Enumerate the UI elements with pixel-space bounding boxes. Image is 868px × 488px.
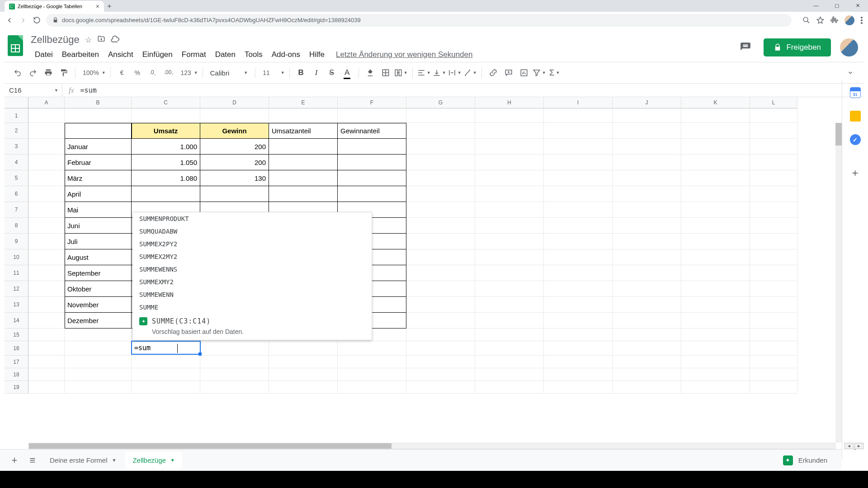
- forward-button[interactable]: [19, 16, 27, 24]
- dec-increase-button[interactable]: .00↑: [161, 66, 176, 80]
- window-close[interactable]: ✕: [847, 0, 868, 11]
- cell-A7[interactable]: [28, 202, 65, 218]
- cell-D19[interactable]: [200, 381, 269, 394]
- autocomplete-item[interactable]: SUMMEXMY2: [133, 276, 372, 288]
- row-header[interactable]: 9: [5, 234, 28, 249]
- col-header-A[interactable]: A: [28, 97, 65, 108]
- cell-F19[interactable]: [338, 381, 406, 394]
- cell-J10[interactable]: [613, 249, 681, 265]
- cell-F5[interactable]: [338, 170, 406, 186]
- row-header[interactable]: 1: [5, 108, 28, 123]
- cell-I7[interactable]: [544, 202, 613, 218]
- cell-J5[interactable]: [613, 170, 681, 186]
- text-color-button[interactable]: A: [340, 66, 354, 80]
- cell-I18[interactable]: [544, 368, 613, 381]
- cell-A18[interactable]: [28, 368, 65, 381]
- italic-button[interactable]: I: [310, 66, 323, 80]
- cell-G9[interactable]: [406, 234, 475, 249]
- cell-B18[interactable]: [65, 368, 132, 381]
- cell-I4[interactable]: [544, 155, 613, 170]
- cell-K17[interactable]: [681, 356, 750, 368]
- cell-K13[interactable]: [681, 297, 750, 313]
- browser-tab[interactable]: Zellbezüge - Google Tabellen ×: [5, 1, 104, 12]
- cell-J7[interactable]: [613, 202, 681, 218]
- cell-L7[interactable]: [750, 202, 797, 218]
- menu-einfuegen[interactable]: Einfügen: [138, 48, 177, 61]
- fill-color-button[interactable]: [363, 66, 377, 80]
- cell-C5[interactable]: 1.080: [132, 170, 200, 186]
- cell-J6[interactable]: [613, 186, 681, 202]
- select-all-corner[interactable]: [5, 97, 28, 108]
- cell-F18[interactable]: [338, 368, 406, 381]
- cell-B1[interactable]: [65, 108, 132, 123]
- scrollbar-thumb[interactable]: [835, 123, 842, 145]
- cell-H17[interactable]: [475, 356, 544, 368]
- cell-L15[interactable]: [750, 328, 797, 341]
- cell-G15[interactable]: [406, 328, 475, 341]
- cell-B13[interactable]: November: [65, 297, 132, 313]
- cell-A17[interactable]: [28, 356, 65, 368]
- cell-J1[interactable]: [613, 108, 681, 123]
- cell-A6[interactable]: [28, 186, 65, 202]
- cell-K6[interactable]: [681, 186, 750, 202]
- user-avatar-icon[interactable]: [840, 38, 858, 56]
- row-header[interactable]: 3: [5, 139, 28, 155]
- autocomplete-item[interactable]: SUMMEX2PY2: [133, 238, 372, 250]
- doc-title[interactable]: Zellbezüge: [31, 34, 80, 46]
- cell-K5[interactable]: [681, 170, 750, 186]
- font-select[interactable]: Calibri▼: [208, 69, 250, 77]
- chrome-menu-icon[interactable]: [861, 17, 863, 24]
- cell-A2[interactable]: [28, 123, 65, 139]
- scroll-left-button[interactable]: ◄: [844, 443, 854, 449]
- cell-H3[interactable]: [475, 139, 544, 155]
- borders-button[interactable]: [379, 66, 392, 80]
- cell-A8[interactable]: [28, 218, 65, 234]
- search-icon[interactable]: [802, 16, 810, 24]
- cell-K18[interactable]: [681, 368, 750, 381]
- cell-E16[interactable]: [269, 341, 338, 356]
- cell-H12[interactable]: [475, 281, 544, 297]
- cell-G18[interactable]: [406, 368, 475, 381]
- cell-L19[interactable]: [750, 381, 797, 394]
- calendar-addon-icon[interactable]: [850, 87, 861, 98]
- cell-I16[interactable]: [544, 341, 613, 356]
- cell-A4[interactable]: [28, 155, 65, 170]
- cell-H10[interactable]: [475, 249, 544, 265]
- print-button[interactable]: [42, 66, 55, 80]
- cell-C2[interactable]: Umsatz: [132, 123, 200, 139]
- cell-H16[interactable]: [475, 341, 544, 356]
- cell-H19[interactable]: [475, 381, 544, 394]
- cell-C3[interactable]: 1.000: [132, 139, 200, 155]
- cell-L1[interactable]: [750, 108, 797, 123]
- move-doc-icon[interactable]: [97, 35, 105, 45]
- cell-D6[interactable]: [200, 186, 269, 202]
- menu-tools[interactable]: Tools: [241, 48, 267, 61]
- cell-E18[interactable]: [269, 368, 338, 381]
- cell-F17[interactable]: [338, 356, 406, 368]
- cell-E1[interactable]: [269, 108, 338, 123]
- autocomplete-item[interactable]: SUMMEX2MY2: [133, 250, 372, 263]
- cell-D18[interactable]: [200, 368, 269, 381]
- menu-daten[interactable]: Daten: [211, 48, 240, 61]
- cell-L11[interactable]: [750, 265, 797, 281]
- cell-G4[interactable]: [406, 155, 475, 170]
- cell-H2[interactable]: [475, 123, 544, 139]
- menu-ansicht[interactable]: Ansicht: [104, 48, 137, 61]
- cell-L5[interactable]: [750, 170, 797, 186]
- col-header-L[interactable]: L: [750, 97, 797, 108]
- cell-A5[interactable]: [28, 170, 65, 186]
- zoom-select[interactable]: 100%▼: [80, 66, 106, 80]
- row-header[interactable]: 10: [5, 249, 28, 265]
- cell-D17[interactable]: [200, 356, 269, 368]
- cell-L6[interactable]: [750, 186, 797, 202]
- cell-G17[interactable]: [406, 356, 475, 368]
- cell-L17[interactable]: [750, 356, 797, 368]
- sheet-tab-2[interactable]: Zellbezüge▼: [125, 452, 182, 469]
- cell-J17[interactable]: [613, 356, 681, 368]
- cell-B12[interactable]: Oktober: [65, 281, 132, 297]
- formula-input[interactable]: =sum: [80, 86, 97, 94]
- cell-E2[interactable]: Umsatzanteil: [269, 123, 338, 139]
- cell-J12[interactable]: [613, 281, 681, 297]
- cell-G1[interactable]: [406, 108, 475, 123]
- rotate-text-button[interactable]: ▼: [463, 66, 477, 80]
